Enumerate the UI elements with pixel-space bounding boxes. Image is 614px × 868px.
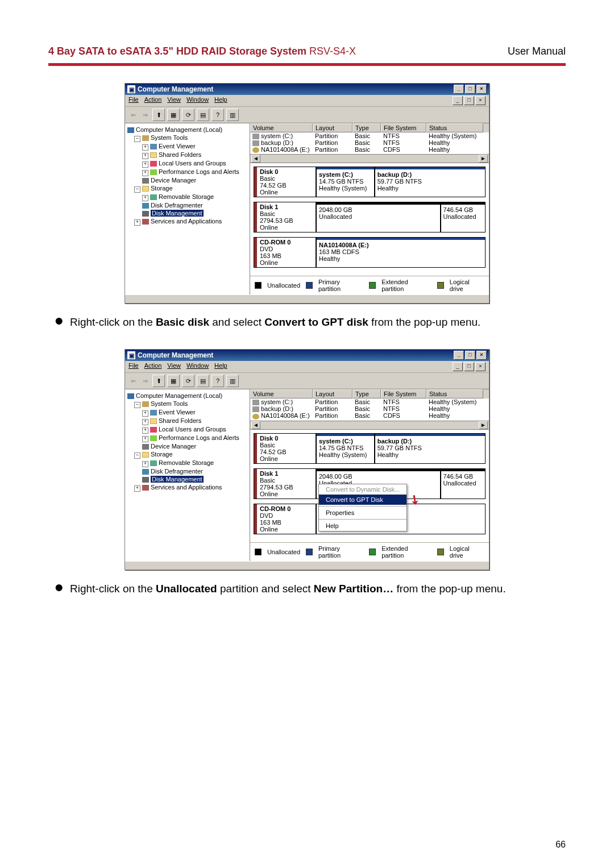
maximize-button[interactable]: □: [465, 85, 475, 94]
tree-shared-folders[interactable]: +Shared Folders: [126, 151, 248, 159]
scroll-left-icon[interactable]: ◄: [251, 155, 260, 163]
menu-file[interactable]: File: [128, 362, 139, 371]
ctx-convert-dynamic[interactable]: Convert to Dynamic Disk...: [319, 484, 406, 495]
volume-row[interactable]: NA1014008A (E:) PartitionBasicCDFSHealth…: [250, 412, 489, 419]
menu-action[interactable]: Action: [144, 362, 162, 371]
mdi-minimize-button[interactable]: _: [453, 96, 463, 105]
disk-row-0[interactable]: Disk 0Basic74.52 GBOnline system (C:)14.…: [254, 433, 486, 464]
tree-system-tools[interactable]: −System Tools: [126, 134, 248, 142]
volume-header[interactable]: Volume Layout Type File System Status: [250, 123, 489, 132]
tree-device-manager[interactable]: Device Manager: [126, 442, 248, 450]
disk-map: Disk 0Basic74.52 GBOnline system (C:)14.…: [250, 429, 489, 542]
tree-defrag[interactable]: Disk Defragmenter: [126, 467, 248, 475]
up-button[interactable]: ⬆: [152, 375, 165, 387]
menu-view[interactable]: View: [167, 96, 181, 105]
tree-local-users[interactable]: +Local Users and Groups: [126, 159, 248, 168]
disk-row-cd[interactable]: CD-ROM 0 DVD 163 MB Online NA1014008A (E…: [254, 237, 486, 268]
nav-tree[interactable]: Computer Management (Local) −System Tool…: [125, 389, 250, 560]
close-button[interactable]: ×: [476, 85, 487, 94]
nav-tree[interactable]: Computer Management (Local) −System Tool…: [125, 123, 250, 294]
volume-row[interactable]: backup (D:) PartitionBasicNTFSHealthy: [250, 139, 489, 146]
volume-row[interactable]: backup (D:) PartitionBasicNTFSHealthy: [250, 405, 489, 412]
disk-row-0[interactable]: Disk 0 Basic 74.52 GB Online system (C:)…: [254, 167, 486, 197]
show-hide-button[interactable]: ▦: [167, 109, 180, 121]
extra-button[interactable]: ▥: [226, 375, 239, 387]
tree-disk-management[interactable]: Disk Management: [126, 475, 248, 483]
tree-root[interactable]: Computer Management (Local): [126, 126, 248, 134]
menu-view[interactable]: View: [167, 362, 181, 371]
maximize-button[interactable]: □: [465, 351, 475, 360]
tree-storage[interactable]: −Storage: [126, 184, 248, 193]
tree-removable[interactable]: +Removable Storage: [126, 193, 248, 201]
col-status[interactable]: Status: [426, 123, 483, 132]
forward-icon[interactable]: ⇒: [140, 377, 150, 385]
show-hide-button[interactable]: ▦: [167, 375, 180, 387]
window-title: Computer Management: [138, 85, 213, 93]
context-menu[interactable]: Convert to Dynamic Disk... Convert to GP…: [318, 484, 407, 531]
volume-header[interactable]: Volume Layout Type File System Status: [250, 389, 489, 398]
tree-perf-logs[interactable]: +Performance Logs and Alerts: [126, 168, 248, 176]
help-button[interactable]: ?: [211, 375, 224, 387]
volume-list[interactable]: system (C:) PartitionBasicNTFSHealthy (S…: [250, 398, 489, 420]
up-button[interactable]: ⬆: [152, 109, 165, 121]
menu-help[interactable]: Help: [214, 362, 227, 371]
scroll-right-icon[interactable]: ►: [479, 155, 488, 163]
col-layout[interactable]: Layout: [313, 123, 352, 132]
col-type[interactable]: Type: [352, 123, 381, 132]
tree-shared-folders[interactable]: +Shared Folders: [126, 417, 248, 425]
titlebar[interactable]: ▣ Computer Management _ □ ×: [125, 350, 489, 361]
minimize-button[interactable]: _: [454, 351, 464, 360]
tree-services[interactable]: +Services and Applications: [126, 217, 248, 226]
menu-action[interactable]: Action: [144, 96, 162, 105]
ctx-convert-gpt[interactable]: Convert to GPT Disk: [319, 495, 406, 505]
tree-local-users[interactable]: +Local Users and Groups: [126, 425, 248, 434]
tree-device-manager[interactable]: Device Manager: [126, 176, 248, 184]
horizontal-scrollbar[interactable]: ◄ ►: [250, 154, 489, 163]
menu-file[interactable]: File: [128, 96, 139, 105]
tree-system-tools[interactable]: −System Tools: [126, 400, 248, 408]
horizontal-scrollbar[interactable]: ◄ ►: [250, 421, 489, 429]
extra-button[interactable]: ▥: [226, 109, 239, 121]
scroll-left-icon[interactable]: ◄: [251, 421, 260, 429]
minimize-button[interactable]: _: [454, 85, 464, 94]
mdi-close-button[interactable]: ×: [475, 96, 486, 105]
properties-button[interactable]: ▤: [197, 375, 209, 387]
forward-icon[interactable]: ⇒: [140, 111, 150, 119]
tree-event-viewer[interactable]: +Event Viewer: [126, 142, 248, 151]
scroll-right-icon[interactable]: ►: [479, 421, 488, 429]
volume-row[interactable]: system (C:) PartitionBasicNTFSHealthy (S…: [250, 398, 489, 405]
hdd-icon: [252, 406, 259, 412]
back-icon[interactable]: ⇐: [128, 111, 138, 119]
mdi-restore-button[interactable]: □: [464, 96, 474, 105]
menu-help[interactable]: Help: [214, 96, 227, 105]
close-button[interactable]: ×: [476, 351, 487, 360]
disk-row-1[interactable]: Disk 1 Basic 2794.53 GB Online 2048.00 G…: [254, 202, 486, 232]
properties-button[interactable]: ▤: [197, 109, 209, 121]
back-icon[interactable]: ⇐: [128, 377, 138, 385]
menu-window[interactable]: Window: [186, 362, 209, 371]
refresh-button[interactable]: ⟳: [182, 375, 194, 387]
tree-root[interactable]: Computer Management (Local): [126, 392, 248, 400]
tree-storage[interactable]: −Storage: [126, 450, 248, 459]
toolbar: ⇐ ⇒ ⬆ ▦ ⟳ ▤ ? ▥: [125, 373, 489, 389]
titlebar[interactable]: ▣ Computer Management _ □ ×: [125, 84, 489, 95]
volume-row[interactable]: NA1014008A (E:) PartitionBasicCDFSHealth…: [250, 146, 489, 153]
ctx-help[interactable]: Help: [319, 521, 406, 531]
menu-window[interactable]: Window: [186, 96, 209, 105]
help-button[interactable]: ?: [211, 109, 224, 121]
col-fs[interactable]: File System: [381, 123, 426, 132]
tree-removable[interactable]: +Removable Storage: [126, 459, 248, 467]
mdi-minimize-button[interactable]: _: [453, 362, 463, 371]
volume-list[interactable]: system (C:) PartitionBasicNTFSHealthy (S…: [250, 132, 489, 154]
tree-defrag[interactable]: Disk Defragmenter: [126, 201, 248, 209]
mdi-close-button[interactable]: ×: [475, 362, 486, 371]
ctx-properties[interactable]: Properties: [319, 508, 406, 518]
tree-services[interactable]: +Services and Applications: [126, 483, 248, 492]
col-volume[interactable]: Volume: [250, 123, 313, 132]
tree-event-viewer[interactable]: +Event Viewer: [126, 408, 248, 417]
mdi-restore-button[interactable]: □: [464, 362, 474, 371]
tree-perf-logs[interactable]: +Performance Logs and Alerts: [126, 434, 248, 442]
tree-disk-management[interactable]: Disk Management: [126, 209, 248, 217]
refresh-button[interactable]: ⟳: [182, 109, 194, 121]
volume-row[interactable]: system (C:) PartitionBasicNTFSHealthy (S…: [250, 132, 489, 139]
